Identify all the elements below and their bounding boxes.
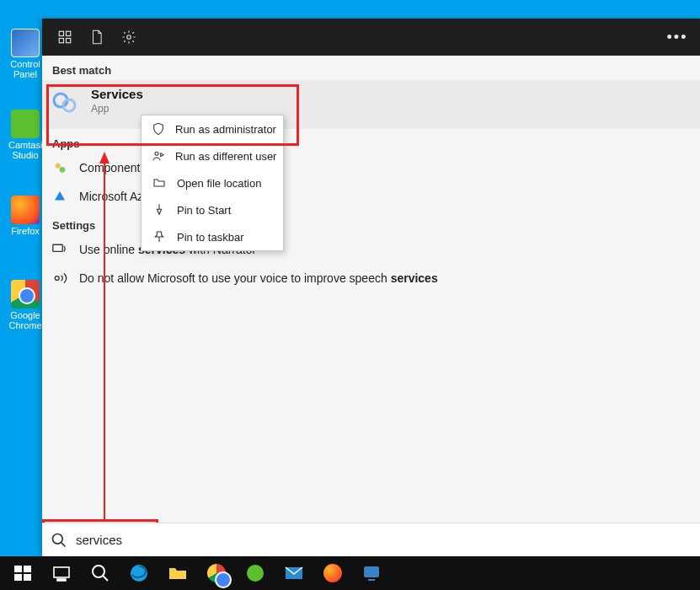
control-panel-icon	[11, 29, 40, 57]
folder-icon	[152, 175, 167, 190]
svg-point-7	[56, 164, 61, 169]
svg-rect-23	[364, 566, 379, 577]
vm-icon	[361, 563, 382, 583]
ctx-run-as-admin[interactable]: Run as administrator	[142, 115, 283, 142]
ctx-item-label: Run as administrator	[175, 123, 276, 136]
folder-icon	[168, 563, 188, 583]
taskbar-explorer[interactable]	[158, 556, 197, 590]
firefox-icon	[11, 196, 40, 224]
setting-result-speech[interactable]: Do not allow Microsoft to use your voice…	[42, 264, 700, 292]
gear-icon	[121, 30, 136, 45]
svg-rect-16	[24, 574, 31, 581]
panel-filter-documents-button[interactable]	[81, 21, 113, 53]
search-box[interactable]	[42, 523, 700, 556]
svg-point-11	[155, 152, 158, 155]
desktop-icon-chrome[interactable]: Google Chrome	[8, 280, 42, 330]
pin-taskbar-icon	[152, 229, 167, 244]
desktop: Control Panel Camtasia Studio Firefox Go…	[0, 0, 42, 556]
desktop-icon-control-panel[interactable]: Control Panel	[8, 29, 42, 79]
windows-icon	[13, 563, 33, 583]
taskbar-chrome[interactable]	[197, 556, 236, 590]
ctx-item-label: Open file location	[177, 177, 261, 190]
svg-point-4	[127, 35, 131, 40]
panel-settings-button[interactable]	[113, 21, 145, 53]
panel-more-button[interactable]: •••	[661, 21, 693, 53]
svg-rect-1	[67, 31, 71, 35]
taskbar-firefox[interactable]	[313, 556, 352, 590]
desktop-icon-label: Google Chrome	[8, 310, 42, 330]
pin-start-icon	[152, 202, 167, 217]
search-icon	[90, 563, 110, 583]
ctx-item-label: Pin to taskbar	[177, 231, 244, 244]
svg-point-8	[60, 167, 66, 173]
ellipsis-icon: •••	[667, 29, 688, 46]
svg-point-12	[53, 534, 63, 544]
chrome-icon	[11, 280, 40, 308]
ctx-pin-start[interactable]: Pin to Start	[142, 196, 283, 223]
taskbar-search-button[interactable]	[81, 556, 120, 590]
component-services-icon	[51, 158, 69, 177]
search-panel: ••• Best match Services App Apps Compone…	[42, 19, 700, 556]
context-menu: Run as administrator Run as different us…	[141, 115, 284, 251]
taskbar-vm[interactable]	[352, 556, 391, 590]
edge-icon	[129, 563, 149, 583]
desktop-icon-camtasia[interactable]: Camtasia Studio	[8, 110, 42, 160]
panel-top-bar: •••	[42, 19, 700, 56]
green-app-icon	[245, 563, 265, 583]
services-icon	[51, 88, 79, 117]
svg-point-19	[93, 566, 104, 577]
start-button[interactable]	[3, 556, 42, 590]
svg-rect-14	[24, 566, 31, 572]
ctx-item-label: Pin to Start	[177, 204, 231, 217]
task-view-icon	[51, 563, 72, 583]
narrator-icon	[51, 240, 69, 259]
taskbar-mail[interactable]	[275, 556, 313, 590]
ctx-item-label: Run as different user	[175, 150, 276, 163]
svg-rect-2	[59, 39, 63, 43]
ctx-open-location[interactable]: Open file location	[142, 169, 283, 196]
chrome-icon	[207, 564, 226, 582]
taskbar-edge[interactable]	[120, 556, 158, 590]
svg-point-10	[55, 276, 59, 281]
ctx-run-as-user[interactable]: Run as different user	[142, 142, 283, 169]
setting-result-text: Do not allow Microsoft to use your voice…	[79, 271, 438, 285]
best-match-label: Best match	[42, 56, 700, 80]
svg-rect-17	[54, 567, 69, 577]
task-view-button[interactable]	[42, 556, 81, 590]
svg-rect-9	[53, 244, 62, 251]
svg-rect-18	[57, 579, 66, 581]
svg-rect-24	[368, 579, 375, 581]
azure-icon	[51, 187, 69, 206]
search-icon	[51, 532, 67, 549]
svg-rect-13	[14, 566, 22, 572]
desktop-icon-label: Camtasia Studio	[8, 140, 42, 160]
svg-rect-3	[67, 39, 71, 43]
mail-icon	[284, 563, 304, 583]
svg-rect-15	[14, 574, 22, 581]
best-match-subtitle: App	[91, 103, 143, 115]
panel-filter-all-button[interactable]	[49, 21, 81, 53]
user-run-icon	[152, 148, 165, 164]
desktop-icon-label: Firefox	[8, 226, 42, 236]
taskbar	[0, 556, 700, 590]
best-match-title: Services	[91, 87, 143, 101]
desktop-icon-firefox[interactable]: Firefox	[8, 196, 42, 236]
shield-icon	[152, 121, 165, 137]
svg-point-21	[247, 565, 264, 582]
taskbar-app-green[interactable]	[236, 556, 275, 590]
document-icon	[90, 30, 104, 45]
search-input[interactable]	[76, 533, 692, 547]
ctx-pin-taskbar[interactable]: Pin to taskbar	[142, 223, 283, 250]
svg-rect-0	[59, 31, 63, 35]
desktop-icon-label: Control Panel	[8, 59, 42, 79]
speech-icon	[51, 269, 69, 287]
firefox-icon	[323, 564, 342, 582]
apps-grid-icon	[57, 30, 72, 45]
camtasia-icon	[11, 110, 40, 138]
